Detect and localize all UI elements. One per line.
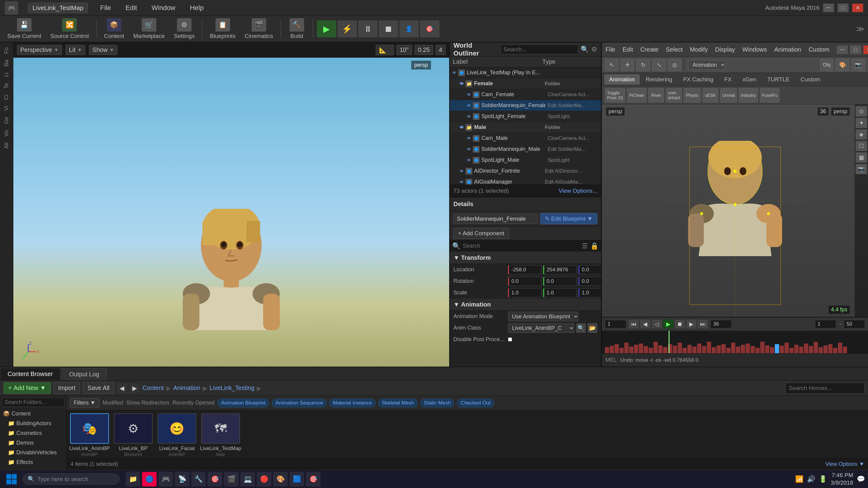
timeline-tick[interactable]: [731, 343, 735, 353]
timeline-start[interactable]: [605, 320, 626, 328]
folder-item[interactable]: 📁DrivableVehicles: [2, 448, 65, 457]
maya-menu-edit[interactable]: Edit: [622, 46, 633, 53]
rotation-x-field[interactable]: [508, 277, 541, 286]
tb-file-explorer[interactable]: 📁: [126, 472, 140, 486]
lock-icon[interactable]: 🔒: [590, 242, 598, 250]
sidebar-li[interactable]: Li: [2, 70, 11, 79]
outliner-row[interactable]: 👁 🔷 Cam_Male CineCamera Act...: [450, 133, 601, 144]
timeline-tick[interactable]: [653, 342, 658, 353]
win-minimize[interactable]: ─: [823, 4, 834, 12]
tb-app-12[interactable]: 🎯: [306, 472, 320, 486]
maya-rotate-tool[interactable]: ↻: [637, 59, 650, 71]
maya-menu-modify[interactable]: Modify: [690, 46, 708, 53]
location-z-field[interactable]: [579, 265, 601, 274]
import-btn[interactable]: Import: [54, 383, 80, 394]
details-search-input[interactable]: [463, 243, 579, 249]
play-btn[interactable]: ▶: [317, 20, 336, 37]
maya-wireframe-btn[interactable]: ▦: [856, 152, 867, 163]
timeline-tick[interactable]: [765, 345, 769, 353]
timeline-tick[interactable]: [838, 343, 842, 353]
maya-menu-custom[interactable]: Custom: [808, 46, 830, 53]
visibility-icon[interactable]: 👁: [452, 70, 457, 75]
vp-show-dropdown[interactable]: Show ▼: [89, 45, 118, 55]
menu-window[interactable]: Window: [149, 3, 178, 13]
maya-camera-btn[interactable]: 📷: [856, 164, 867, 174]
scale-x-field[interactable]: [508, 288, 541, 297]
content-btn[interactable]: 📦 Content: [100, 17, 128, 41]
timeline-tick[interactable]: [736, 346, 740, 353]
visibility-icon[interactable]: 👁: [467, 114, 471, 119]
timeline-tick[interactable]: [717, 345, 721, 353]
outliner-search[interactable]: [501, 44, 578, 54]
maya-minimize[interactable]: ─: [837, 45, 848, 54]
scale-y-field[interactable]: [543, 288, 577, 297]
timeline-tick[interactable]: [818, 347, 823, 353]
tb-app-4[interactable]: 📡: [175, 472, 189, 486]
tb-chrome[interactable]: 🔵: [142, 472, 157, 486]
cb-tab-output[interactable]: Output Log: [62, 368, 107, 380]
sidebar-ba[interactable]: Ba: [2, 57, 11, 69]
tc-forward[interactable]: ⏭: [698, 319, 708, 329]
maya-tab-xgen[interactable]: xGen: [738, 74, 761, 85]
timeline-tick[interactable]: [814, 342, 818, 353]
tc-prev-frame[interactable]: ◀: [640, 319, 650, 329]
tc-next-frame[interactable]: ▶: [686, 319, 696, 329]
add-component-btn[interactable]: + Add Component: [454, 228, 509, 239]
maya-tab-animation[interactable]: Animation: [604, 74, 640, 85]
timeline-tick[interactable]: [683, 348, 687, 353]
visibility-icon[interactable]: 👁: [467, 158, 471, 163]
tb-app-5[interactable]: 🔧: [191, 472, 206, 486]
maya-soft-select[interactable]: ◎: [668, 59, 681, 71]
filter-bp[interactable]: Animation Blueprint: [218, 399, 269, 407]
timeline-tick[interactable]: [746, 343, 750, 353]
save-current-btn[interactable]: 💾 Save Current: [4, 17, 45, 41]
timeline-tick[interactable]: [629, 346, 633, 353]
timeline-tick[interactable]: [697, 343, 702, 353]
timeline-tick[interactable]: [824, 345, 828, 353]
settings-icon[interactable]: ⚙: [591, 45, 597, 53]
sound-icon[interactable]: 🔊: [807, 475, 815, 483]
filter-recently[interactable]: Recently Opened: [173, 400, 215, 406]
col-type[interactable]: Type: [539, 56, 601, 67]
vp-snap-btn[interactable]: 📐: [376, 45, 394, 55]
maya-isolate-btn[interactable]: ◈: [856, 129, 867, 140]
cb-nav-back[interactable]: ◀: [117, 383, 127, 393]
sidebar-te[interactable]: Te: [2, 81, 11, 91]
outliner-row[interactable]: 👁 🔷 SpotLight_Female SpotLight: [450, 111, 601, 122]
pick-zone-btn[interactable]: 🎯: [420, 20, 439, 37]
time-display[interactable]: 7:46 PM 3/9/2018: [831, 471, 853, 486]
win-close[interactable]: ✕: [852, 4, 863, 12]
maya-persp-btn[interactable]: 📷: [851, 59, 865, 71]
shelf-physic[interactable]: Physic: [684, 88, 701, 102]
outliner-row[interactable]: 👁 🔷 SpotLight_Male SpotLight: [450, 155, 601, 166]
timeline-tick[interactable]: [760, 342, 765, 353]
rotation-z-field[interactable]: [579, 277, 601, 286]
outliner-row[interactable]: 👁 🔷 LiveLink_TestMap (Play In E... World…: [450, 67, 601, 78]
maya-pivot-btn[interactable]: ✦: [856, 118, 867, 128]
folder-item[interactable]: 📁Environments: [2, 467, 65, 470]
anim-class-lock[interactable]: 🔍: [576, 323, 586, 333]
taskbar-search[interactable]: 🔍 Type here to search: [23, 474, 120, 485]
maya-menu-file[interactable]: File: [606, 46, 615, 53]
maya-tab-custom[interactable]: Custom: [796, 74, 825, 85]
sidebar-all[interactable]: All: [2, 140, 11, 151]
filters-btn[interactable]: Filters ▼: [70, 398, 99, 407]
visibility-icon[interactable]: 👁: [467, 136, 471, 141]
timeline-tick[interactable]: [799, 346, 803, 353]
timeline-current-frame[interactable]: [711, 320, 732, 328]
shelf-uesk[interactable]: uESK: [703, 88, 718, 102]
folder-item[interactable]: 📁BuildingActors: [2, 419, 65, 428]
vp-snap-dropdown[interactable]: 0.25: [414, 45, 433, 55]
location-x-field[interactable]: [508, 265, 541, 274]
shelf-toggle-pose[interactable]: TogglePose 2S: [605, 88, 625, 102]
timeline-tick[interactable]: [794, 345, 799, 353]
visibility-icon[interactable]: 👁: [460, 125, 464, 130]
outliner-row[interactable]: 👁 📁 Female Folder: [450, 78, 601, 89]
filter-mat-inst[interactable]: Material Instance: [329, 399, 375, 407]
stop-btn[interactable]: ⏹: [379, 20, 398, 37]
scale-z-field[interactable]: [579, 288, 601, 297]
save-all-btn[interactable]: Save All: [83, 383, 114, 394]
folder-search-input[interactable]: [2, 398, 65, 407]
sidebar-fo[interactable]: Fo: [2, 45, 11, 56]
maya-tab-fxcaching[interactable]: FX Caching: [678, 74, 718, 85]
